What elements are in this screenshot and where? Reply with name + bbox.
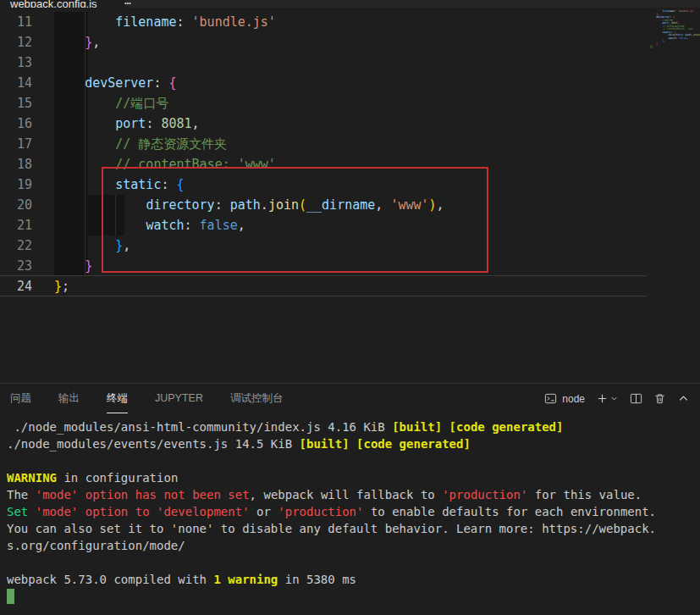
panel-tab-jupyter[interactable]: JUPYTER [155, 384, 203, 413]
token: 'development' [157, 505, 250, 518]
terminal-profile[interactable]: node [544, 392, 585, 405]
token: 'mode' [36, 505, 79, 518]
panel-tab-output[interactable]: 输出 [58, 384, 80, 413]
token [54, 75, 85, 91]
token: , [192, 116, 200, 131]
token: , [664, 39, 665, 42]
token: 'production' [442, 488, 527, 501]
token: for this value. [527, 488, 642, 501]
split-terminal-icon[interactable] [630, 392, 642, 405]
minimap-lines: filename: 'bundle.js' }, devServer: { //… [647, 8, 700, 49]
line-content[interactable]: //端口号 [32, 93, 168, 114]
terminal-line: ./node_modules/events/events.js 14.5 KiB… [7, 435, 700, 452]
line-number: 13 [0, 53, 32, 73]
panel-tab-problems[interactable]: 问题 [10, 384, 31, 413]
terminal-line: You can also set it to 'none' to disable… [7, 520, 700, 537]
code-line-12[interactable]: 12 }, [0, 32, 700, 53]
token [54, 116, 115, 131]
token: to enable defaults for each environment. [363, 505, 656, 518]
token [350, 437, 356, 451]
line-content[interactable]: }; [32, 276, 69, 296]
token: Set [7, 505, 36, 518]
token: 1 warning [213, 573, 278, 586]
line-content[interactable]: port: 8081, [32, 114, 200, 134]
terminal-line: ./node_modules/ansi-html-community/index… [7, 418, 700, 435]
line-number: 21 [0, 215, 32, 235]
new-terminal-button[interactable] [596, 392, 619, 405]
line-content[interactable]: devServer: { [32, 73, 177, 93]
code-line-24[interactable]: 24}; [0, 276, 700, 296]
tab-webpack-config[interactable]: webpack.config.js [0, 0, 125, 8]
token [54, 96, 115, 111]
terminal-cursor [7, 589, 14, 604]
token: } [85, 258, 92, 274]
line-number: 14 [0, 73, 32, 93]
code-line-17[interactable]: 17 // 静态资源文件夹 [0, 134, 700, 154]
terminal-line: s.org/configuration/mode/ [7, 537, 700, 554]
token: or [250, 505, 278, 518]
terminal-profile-label: node [562, 393, 585, 405]
code-line-13[interactable]: 13 [0, 53, 700, 73]
code-line-14[interactable]: 14 devServer: { [0, 73, 700, 93]
token: You can also set it to 'none' to disable… [7, 522, 656, 535]
token: in configuration [57, 471, 178, 485]
token: 'bundle.js' [678, 9, 695, 13]
line-content[interactable]: filename: 'bundle.js' [32, 12, 276, 32]
token [54, 14, 115, 30]
code-line-11[interactable]: 11 filename: 'bundle.js' [0, 12, 700, 32]
token [54, 258, 85, 274]
token: } [54, 279, 62, 294]
token: webpack 5.73.0 compiled with [7, 573, 213, 586]
code-line-15[interactable]: 15 //端口号 [0, 93, 700, 114]
line-number: 18 [0, 154, 32, 175]
terminal-output[interactable]: ./node_modules/ansi-html-community/index… [0, 413, 700, 604]
panel-tab-debug-console[interactable]: 调试控制台 [230, 384, 284, 413]
token: join [693, 33, 699, 36]
token: 'bundle.js' [192, 14, 276, 30]
terminal-line [7, 554, 700, 571]
token: // 静态资源文件夹 [115, 136, 227, 152]
terminal-line: WARNING in configuration [7, 469, 700, 486]
line-content[interactable] [32, 53, 54, 73]
line-number: 17 [0, 134, 32, 154]
token: : [177, 14, 192, 30]
token: s.org/configuration/mode/ [7, 539, 185, 552]
token: The [7, 488, 36, 501]
terminal-line: The 'mode' option has not been set, webp… [7, 486, 700, 503]
token: ; [652, 45, 653, 48]
token: filename [115, 14, 176, 30]
line-content[interactable]: } [32, 256, 92, 276]
more-actions-icon[interactable]: ⋯ [124, 0, 131, 8]
token: } [85, 35, 92, 50]
token: [code generated] [449, 420, 564, 434]
token: option to [78, 505, 157, 518]
token [54, 35, 85, 50]
code-editor[interactable]: 11 filename: 'bundle.js'12 },1314 devSer… [0, 8, 700, 383]
line-number: 20 [0, 195, 32, 215]
line-number: 15 [0, 93, 32, 114]
line-content[interactable]: // 静态资源文件夹 [32, 134, 227, 154]
minimap[interactable]: filename: 'bundle.js' }, devServer: { //… [647, 8, 700, 383]
token: [built] [300, 437, 350, 451]
panel-tab-terminal[interactable]: 终端 [107, 384, 128, 413]
panel-tab-row: 问题输出终端JUPYTER调试控制台 node [0, 384, 700, 413]
line-content[interactable]: }, [32, 32, 100, 53]
line-number: 24 [0, 276, 32, 296]
token: , webpack will fallback to [250, 488, 443, 501]
token: { [168, 75, 176, 91]
terminal-lines: ./node_modules/ansi-html-community/index… [7, 418, 700, 588]
token: } [656, 42, 658, 46]
bottom-panel: 问题输出终端JUPYTER调试控制台 node [0, 383, 700, 615]
token: devServer [85, 75, 153, 91]
code-line-16[interactable]: 16 port: 8081, [0, 114, 700, 134]
token: WARNING [7, 471, 57, 485]
terminal-line: Set 'mode' option to 'development' or 'p… [7, 503, 700, 520]
token: watch [669, 36, 676, 40]
token: , [92, 35, 100, 50]
trash-icon[interactable] [653, 392, 666, 405]
panel-tab-bar: 问题输出终端JUPYTER调试控制台 [10, 384, 283, 413]
line-number: 23 [0, 256, 32, 276]
token: in 5380 ms [278, 573, 356, 586]
chevron-up-icon[interactable] [677, 392, 690, 405]
terminal-icon [544, 392, 557, 405]
